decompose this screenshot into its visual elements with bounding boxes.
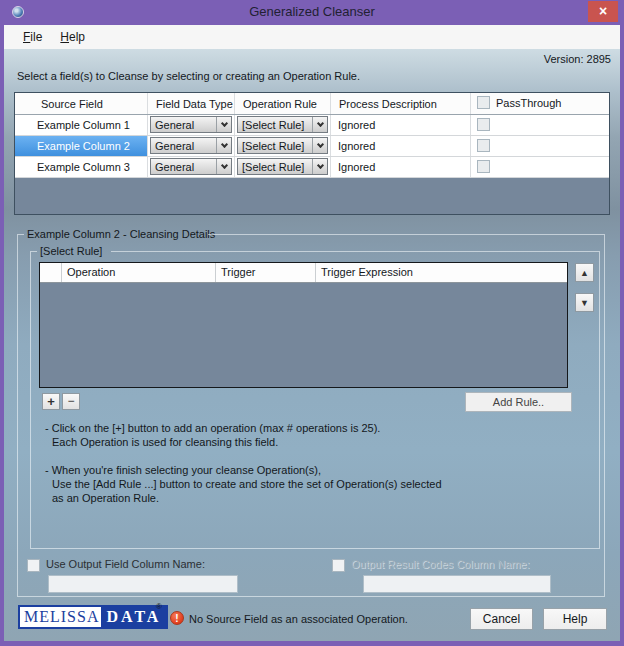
source-field-cell[interactable]: Example Column 3 — [15, 157, 148, 177]
table-row[interactable]: Example Column 2 General [Select Rule] I… — [15, 136, 609, 157]
dialog-content: Version: 2895 Select a field(s) to Clean… — [4, 49, 620, 641]
registered-mark: ® — [156, 602, 162, 611]
operation-rule-dropdown[interactable]: [Select Rule] — [237, 116, 328, 133]
source-field-cell[interactable]: Example Column 1 — [15, 115, 148, 135]
help-button[interactable]: Help — [543, 608, 607, 630]
select-rule-title: [Select Rule] — [40, 245, 102, 257]
titlebar[interactable]: Generalized Cleanser × — [0, 0, 624, 25]
remove-operation-button[interactable]: − — [62, 393, 80, 410]
use-output-field-checkbox[interactable] — [27, 559, 40, 572]
passthrough-select-all-checkbox[interactable] — [477, 96, 490, 109]
cleansing-details-title: Example Column 2 - Cleansing Details — [27, 228, 215, 240]
plus-icon: + — [47, 394, 55, 409]
chevron-down-icon — [312, 117, 327, 132]
chevron-down-icon — [216, 117, 231, 132]
use-output-field-label: Use Output Field Column Name: — [46, 558, 205, 570]
operation-rule-dropdown[interactable]: [Select Rule] — [237, 137, 328, 154]
move-down-button[interactable]: ▼ — [575, 293, 594, 312]
add-operation-button[interactable]: + — [42, 393, 60, 410]
logo-melissa-text: MELISSA — [20, 607, 101, 627]
error-icon: ! — [170, 611, 184, 625]
field-data-type-dropdown[interactable]: General — [150, 116, 232, 133]
output-result-codes-checkbox[interactable] — [332, 559, 345, 572]
status-message: No Source Field as an associated Operati… — [189, 613, 408, 625]
field-data-type-dropdown[interactable]: General — [150, 137, 232, 154]
table-row[interactable]: Example Column 3 General [Select Rule] I… — [15, 157, 609, 178]
generalized-cleanser-window: Generalized Cleanser × File Help Version… — [0, 0, 624, 646]
chevron-down-icon — [216, 138, 231, 153]
chevron-down-icon — [312, 138, 327, 153]
result-codes-name-input[interactable] — [363, 575, 551, 593]
header-trigger-expression: Trigger Expression — [316, 263, 567, 282]
melissa-data-logo: MELISSA DATA — [18, 605, 168, 629]
move-up-button[interactable]: ▲ — [575, 263, 594, 282]
minus-icon: − — [67, 394, 74, 408]
cancel-button[interactable]: Cancel — [470, 608, 533, 630]
chevron-down-icon — [216, 159, 231, 174]
chevron-down-icon — [312, 159, 327, 174]
window-title: Generalized Cleanser — [0, 4, 624, 19]
header-operation: Operation — [62, 263, 216, 282]
passthrough-checkbox[interactable] — [477, 160, 490, 173]
table-row[interactable]: Example Column 1 General [Select Rule] I… — [15, 115, 609, 136]
add-rule-button[interactable]: Add Rule.. — [465, 392, 572, 412]
output-field-name-input[interactable] — [48, 575, 238, 593]
output-result-codes-label: Output Result Codes Column Name: — [351, 558, 530, 570]
process-description-cell: Ignored — [331, 115, 471, 135]
menu-file[interactable]: File — [14, 27, 51, 47]
header-source-field: Source Field — [15, 93, 148, 114]
header-trigger: Trigger — [216, 263, 316, 282]
header-process-description: Process Description — [331, 93, 471, 114]
process-description-cell: Ignored — [331, 157, 471, 177]
menu-help[interactable]: Help — [51, 27, 94, 47]
close-button[interactable]: × — [588, 1, 618, 22]
source-field-grid: Source Field Field Data Type Operation R… — [14, 92, 610, 215]
instructions-text: - Click on the [+] button to add an oper… — [45, 421, 442, 505]
source-field-cell-selected[interactable]: Example Column 2 — [15, 136, 148, 156]
menu-bar: File Help — [4, 25, 620, 49]
operation-rule-dropdown[interactable]: [Select Rule] — [237, 158, 328, 175]
grid-header-row: Source Field Field Data Type Operation R… — [15, 93, 609, 115]
header-field-data-type: Field Data Type — [148, 93, 235, 114]
row-selector-stub — [40, 263, 62, 282]
header-passthrough: PassThrough — [471, 93, 609, 114]
field-data-type-dropdown[interactable]: General — [150, 158, 232, 175]
arrow-down-icon: ▼ — [580, 298, 589, 308]
version-label: Version: 2895 — [544, 53, 611, 65]
operations-table[interactable]: Operation Trigger Trigger Expression — [39, 262, 568, 388]
process-description-cell: Ignored — [331, 136, 471, 156]
header-operation-rule: Operation Rule — [235, 93, 331, 114]
arrow-up-icon: ▲ — [580, 268, 589, 278]
passthrough-checkbox[interactable] — [477, 118, 490, 131]
passthrough-label: PassThrough — [496, 97, 561, 109]
intro-text: Select a field(s) to Cleanse by selectin… — [17, 70, 360, 82]
passthrough-checkbox[interactable] — [477, 139, 490, 152]
operations-header-row: Operation Trigger Trigger Expression — [40, 263, 567, 283]
